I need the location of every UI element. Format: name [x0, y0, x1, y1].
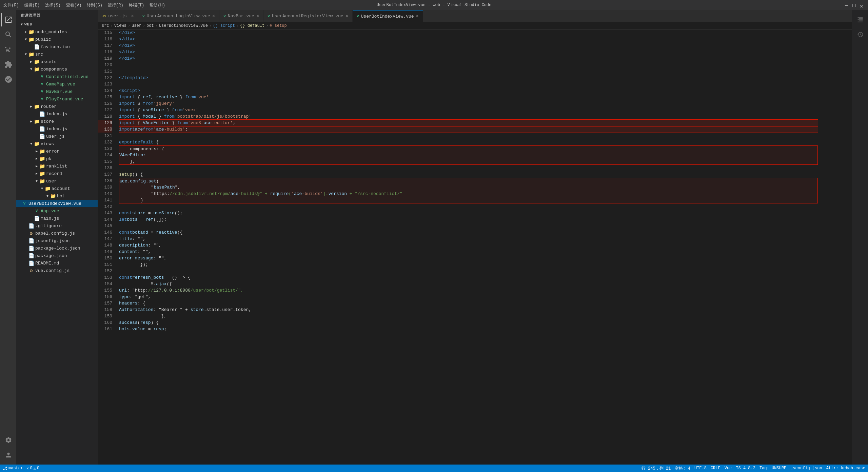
tree-item-21[interactable]: ▼📁account: [16, 185, 98, 192]
tab-userbotindex[interactable]: V UserBotIndexView.vue ×: [353, 10, 423, 22]
breadcrumb-setup[interactable]: ⊕ setup: [270, 23, 287, 28]
tree-item-3[interactable]: ▼📁src: [16, 51, 98, 58]
tree-item-23[interactable]: VUserBotIndexView.vue: [16, 200, 98, 207]
tree-item-1[interactable]: ▼📁public: [16, 36, 98, 43]
line-number-127: 127: [98, 107, 112, 113]
tree-item-2[interactable]: 📄favicon.ico: [16, 43, 98, 51]
line-number-128: 128: [98, 113, 112, 120]
tree-item-25[interactable]: 📄main.js: [16, 215, 98, 222]
sidebar-content[interactable]: ▼WEB▶📁node_modules▼📁public📄favicon.ico▼📁…: [16, 21, 98, 465]
tree-item-9[interactable]: VPlayGround.vue: [16, 95, 98, 103]
source-control-icon[interactable]: [1, 43, 15, 56]
tree-item-22[interactable]: ▼📁bot: [16, 192, 98, 200]
tree-item-7[interactable]: VGameMap.vue: [16, 80, 98, 88]
extensions-icon[interactable]: [1, 58, 15, 71]
menu-help[interactable]: 帮助(H): [150, 2, 165, 8]
breadcrumb-user[interactable]: user: [132, 23, 141, 28]
menu-run[interactable]: 运行(R): [108, 2, 123, 8]
sidebar-root[interactable]: ▼WEB: [16, 21, 98, 28]
settings-icon[interactable]: [1, 433, 15, 447]
tree-item-4[interactable]: ▶📁assets: [16, 58, 98, 65]
line-ending[interactable]: CRLF: [711, 466, 721, 471]
tree-item-30[interactable]: 📄package.json: [16, 252, 98, 259]
error-count[interactable]: ✕ 0 ⚠ 0: [26, 466, 39, 471]
ts-version[interactable]: TS 4.8.2: [736, 466, 755, 471]
search-icon[interactable]: [1, 28, 15, 41]
account-icon[interactable]: [1, 448, 15, 462]
breadcrumb-src[interactable]: src: [102, 23, 109, 28]
breadcrumb-bot[interactable]: bot: [146, 23, 154, 28]
outline-icon[interactable]: [853, 13, 867, 26]
close-icon[interactable]: ✕: [860, 3, 865, 7]
tab-user-js[interactable]: JS user.js ×: [98, 10, 138, 22]
breadcrumb-script[interactable]: () script: [213, 23, 235, 28]
tag-status[interactable]: Tag: UNSURE: [760, 466, 786, 471]
window-controls[interactable]: ─ □ ✕: [845, 3, 865, 7]
code-line-146: const botadd = reactive({: [119, 229, 818, 236]
menu-select[interactable]: 选择(S): [45, 2, 61, 8]
tab-useraccount-register[interactable]: V UserAccountRegisterView.vue ×: [263, 10, 353, 22]
tree-item-0[interactable]: ▶📁node_modules: [16, 28, 98, 36]
tab-close-icon[interactable]: ×: [212, 14, 215, 19]
git-branch[interactable]: ⎇ master: [3, 466, 23, 471]
breadcrumb-default[interactable]: {} default: [240, 23, 264, 28]
tree-item-29[interactable]: 📄package-lock.json: [16, 244, 98, 252]
tree-label: node_modules: [35, 29, 67, 35]
explorer-icon[interactable]: [1, 13, 15, 26]
tree-item-28[interactable]: 📄jsconfig.json: [16, 237, 98, 244]
line-col[interactable]: 行 245，列 21: [642, 466, 671, 471]
menu-terminal[interactable]: 终端(T): [129, 2, 144, 8]
tree-item-27[interactable]: ⚙babel.config.js: [16, 230, 98, 237]
tree-item-18[interactable]: ▶📁ranklist: [16, 162, 98, 170]
timeline-icon[interactable]: [853, 28, 867, 41]
folder-icon: 📁: [28, 29, 34, 35]
tab-useraccount-login[interactable]: V UserAccountLoginView.vue ×: [138, 10, 219, 22]
tree-item-14[interactable]: 📄user.js: [16, 133, 98, 140]
tree-item-5[interactable]: ▼📁components: [16, 65, 98, 73]
tree-item-12[interactable]: ▶📁store: [16, 118, 98, 125]
status-left: ⎇ master ✕ 0 ⚠ 0: [3, 466, 39, 471]
folder-icon: 📁: [28, 37, 34, 42]
jsconfig-status[interactable]: jsconfig.json: [790, 466, 822, 471]
tree-item-19[interactable]: ▶📁record: [16, 170, 98, 177]
tree-item-17[interactable]: ▶📁pk: [16, 155, 98, 162]
tree-item-10[interactable]: ▶📁router: [16, 103, 98, 110]
code-content[interactable]: </div> </div> </div> </div></div> </temp…: [116, 29, 818, 465]
tree-item-31[interactable]: 📄README.md: [16, 259, 98, 267]
code-line-134: VAceEditor: [119, 152, 818, 158]
language-mode[interactable]: Vue: [725, 466, 732, 471]
tree-item-13[interactable]: 📄index.js: [16, 125, 98, 133]
encoding[interactable]: UTF-8: [694, 466, 707, 471]
tab-close-icon[interactable]: ×: [131, 14, 134, 19]
tree-item-8[interactable]: VNavBar.vue: [16, 88, 98, 95]
tree-label: user: [46, 179, 57, 184]
tree-item-15[interactable]: ▼📁views: [16, 140, 98, 148]
spaces[interactable]: 空格: 4: [675, 466, 690, 471]
attr-status[interactable]: Attr: kebab-case: [826, 466, 865, 471]
line-number-136: 136: [98, 165, 112, 171]
tabs-bar: JS user.js × V UserAccountLoginView.vue …: [98, 10, 852, 22]
line-number-115: 115: [98, 29, 112, 36]
remote-icon[interactable]: [1, 73, 15, 86]
tree-item-20[interactable]: ▼📁user: [16, 177, 98, 185]
line-number-116: 116: [98, 36, 112, 42]
tree-item-11[interactable]: 📄index.js: [16, 110, 98, 118]
maximize-icon[interactable]: □: [852, 3, 857, 7]
menu-bar[interactable]: 文件(F) 编辑(E) 选择(S) 查看(V) 转到(G) 运行(R) 终端(T…: [3, 2, 165, 8]
tree-item-26[interactable]: 📄.gitignore: [16, 222, 98, 230]
tree-item-6[interactable]: VContentField.vue: [16, 73, 98, 80]
tree-item-24[interactable]: VApp.vue: [16, 207, 98, 215]
tab-navbar[interactable]: V NavBar.vue ×: [219, 10, 263, 22]
tab-close-icon[interactable]: ×: [346, 14, 348, 19]
menu-goto[interactable]: 转到(G): [87, 2, 102, 8]
tree-item-16[interactable]: ▶📁error: [16, 148, 98, 155]
menu-view[interactable]: 查看(V): [66, 2, 82, 8]
minimize-icon[interactable]: ─: [845, 3, 850, 7]
breadcrumb-file[interactable]: UserBotIndexView.vue: [159, 23, 208, 28]
menu-edit[interactable]: 编辑(E): [24, 2, 40, 8]
tree-item-32[interactable]: ⚙vue.config.js: [16, 267, 98, 274]
menu-file[interactable]: 文件(F): [3, 2, 19, 8]
tab-close-icon[interactable]: ×: [416, 14, 419, 19]
tab-close-icon[interactable]: ×: [256, 14, 259, 19]
breadcrumb-views[interactable]: views: [114, 23, 126, 28]
